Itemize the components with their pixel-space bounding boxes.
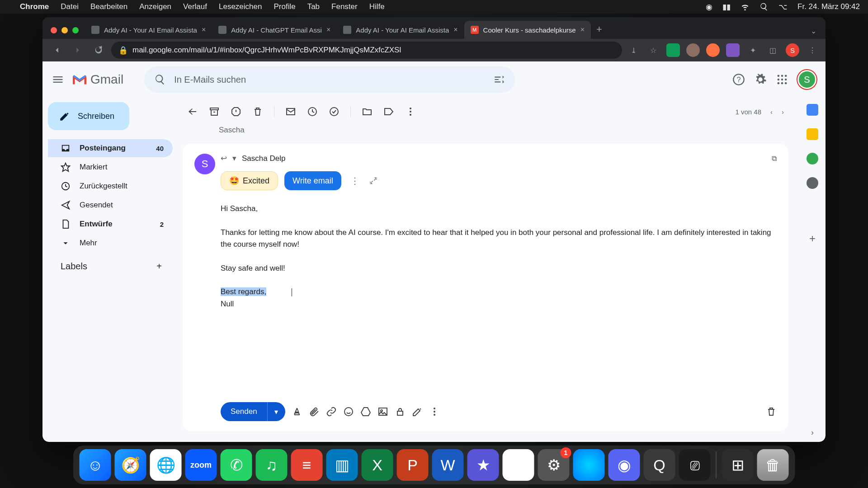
archive-button[interactable] [209, 106, 220, 117]
addon-expand-icon[interactable] [368, 176, 378, 186]
addon-more-icon[interactable]: ⋮ [348, 175, 362, 186]
search-icon[interactable] [760, 2, 769, 11]
close-tab-icon[interactable]: × [326, 26, 330, 34]
tone-selector-button[interactable]: 🤩 Excited [221, 171, 278, 190]
new-tab-button[interactable]: + [591, 20, 608, 39]
labels-button[interactable] [383, 106, 394, 117]
dock-app-safari[interactable]: 🧭 [115, 449, 146, 481]
dock-app-whatsapp[interactable]: ✆ [221, 449, 252, 481]
main-menu-icon[interactable] [52, 73, 64, 86]
menu-verlauf[interactable]: Verlauf [183, 2, 207, 11]
extension-icon[interactable] [706, 43, 720, 57]
dock-app-settings[interactable]: ⚙1 [538, 449, 570, 481]
extension-icon[interactable] [686, 43, 700, 57]
tab-list-button[interactable]: ⌄ [806, 23, 821, 39]
support-icon[interactable]: ? [732, 73, 745, 86]
insert-emoji-button[interactable] [343, 406, 354, 417]
sidebar-item-snoozed[interactable]: Zurückgestellt [48, 177, 173, 195]
dock-app-trash[interactable]: 🗑 [757, 449, 789, 481]
sidebar-item-inbox[interactable]: Posteingang 40 [48, 139, 173, 157]
bookmark-star-icon[interactable]: ☆ [646, 43, 660, 57]
menu-profile[interactable]: Profile [274, 2, 295, 11]
menubar-app-name[interactable]: Chrome [20, 2, 49, 11]
write-email-button[interactable]: Write email [284, 171, 341, 190]
sidebar-item-more[interactable]: Mehr [48, 234, 173, 252]
install-app-icon[interactable]: ⤓ [627, 43, 640, 57]
menu-fenster[interactable]: Fenster [331, 2, 358, 11]
close-tab-icon[interactable]: × [453, 26, 458, 34]
dock-app-excel[interactable]: X [362, 449, 393, 481]
insert-drive-button[interactable] [360, 406, 371, 417]
control-center-icon[interactable]: ⌥ [778, 2, 788, 12]
dock-app-trello[interactable]: ▥ [326, 449, 358, 481]
discard-draft-button[interactable] [766, 406, 777, 417]
menubar-datetime[interactable]: Fr. 24. März 09:42 [797, 2, 860, 11]
reload-button[interactable] [90, 42, 107, 58]
browser-tab[interactable]: Addy AI - Your AI Email Assista × [85, 21, 212, 39]
dock-app-powerpoint[interactable]: P [397, 449, 429, 481]
insert-link-button[interactable] [326, 406, 337, 417]
screen-record-icon[interactable]: ◉ [706, 2, 712, 12]
spam-button[interactable] [231, 106, 241, 117]
extension-icon[interactable] [726, 43, 740, 57]
reply-dropdown-icon[interactable]: ▾ [232, 154, 236, 163]
get-addons-button[interactable]: + [809, 232, 816, 245]
browser-tab[interactable]: Addy AI - ChatGPT Email Assi × [212, 21, 337, 39]
snooze-button[interactable] [307, 106, 318, 117]
settings-gear-icon[interactable] [754, 73, 767, 86]
dock-app-chrome[interactable]: 🌐 [150, 449, 182, 481]
close-tab-icon[interactable]: × [580, 26, 585, 34]
menu-datei[interactable]: Datei [61, 2, 79, 11]
close-tab-icon[interactable]: × [202, 26, 206, 34]
keep-addon-icon[interactable] [807, 128, 818, 140]
insert-photo-button[interactable] [377, 406, 388, 417]
search-bar[interactable] [144, 66, 515, 93]
send-button[interactable]: Senden ▾ [221, 402, 285, 421]
fullscreen-window-button[interactable] [72, 27, 79, 33]
browser-tab[interactable]: Addy AI - Your AI Email Assista × [337, 21, 464, 39]
dock-app-finder[interactable]: ☺ [80, 449, 111, 481]
forward-button[interactable] [70, 42, 86, 58]
menu-lesezeichen[interactable]: Lesezeichen [219, 2, 262, 11]
account-avatar[interactable]: S [797, 70, 816, 89]
dock-app-imovie[interactable]: ★ [467, 449, 499, 481]
confidential-mode-button[interactable] [395, 406, 406, 417]
add-label-button[interactable]: + [156, 261, 162, 272]
dock-app-voice[interactable]: ⎚ [679, 449, 711, 481]
gmail-logo[interactable]: Gmail [71, 72, 123, 87]
move-to-button[interactable] [362, 106, 373, 117]
menu-tab[interactable]: Tab [307, 2, 320, 11]
close-window-button[interactable] [51, 27, 57, 33]
browser-tab-active[interactable]: M Cooler Kurs - saschadelpkurse × [464, 21, 591, 39]
calendar-addon-icon[interactable] [807, 104, 818, 116]
dock-app-launchpad[interactable]: ⊞ [722, 449, 754, 481]
search-input[interactable] [174, 75, 485, 85]
battery-icon[interactable]: ▮▮ [722, 2, 731, 12]
prev-message-button[interactable]: ‹ [770, 108, 773, 116]
dock-app-drive[interactable]: ▲ [503, 449, 534, 481]
insert-signature-button[interactable] [412, 406, 423, 417]
compose-button[interactable]: Schreiben [48, 102, 129, 130]
back-to-inbox-button[interactable] [187, 106, 198, 117]
dock-app-word[interactable]: W [432, 449, 464, 481]
address-bar[interactable]: 🔒 mail.google.com/mail/u/1/#inbox/QgrcJH… [111, 42, 622, 59]
sidebar-item-drafts[interactable]: Entwürfe 2 [48, 215, 173, 233]
reply-type-icon[interactable]: ↩ [221, 154, 227, 163]
sidepanel-icon[interactable]: ◫ [766, 43, 779, 57]
send-options-dropdown[interactable]: ▾ [267, 402, 285, 421]
formatting-button[interactable] [292, 406, 302, 417]
dock-app-zoom[interactable]: zoom [185, 449, 217, 481]
dock-app-quicktime[interactable]: Q [644, 449, 675, 481]
google-apps-icon[interactable] [776, 73, 788, 86]
menu-bearbeiten[interactable]: Bearbeiten [90, 2, 127, 11]
add-task-button[interactable] [329, 106, 340, 117]
delete-button[interactable] [252, 106, 263, 117]
sidebar-item-starred[interactable]: Markiert [48, 158, 173, 176]
email-body-editor[interactable]: Hi Sascha, Thanks for letting me know ab… [221, 203, 777, 310]
extension-icon[interactable] [666, 43, 680, 57]
extensions-puzzle-icon[interactable]: ✦ [746, 43, 760, 57]
dock-app-todoist[interactable]: ≡ [291, 449, 323, 481]
more-actions-button[interactable] [405, 106, 416, 117]
compose-more-button[interactable] [429, 406, 440, 417]
dock-app-spotify[interactable]: ♫ [256, 449, 288, 481]
